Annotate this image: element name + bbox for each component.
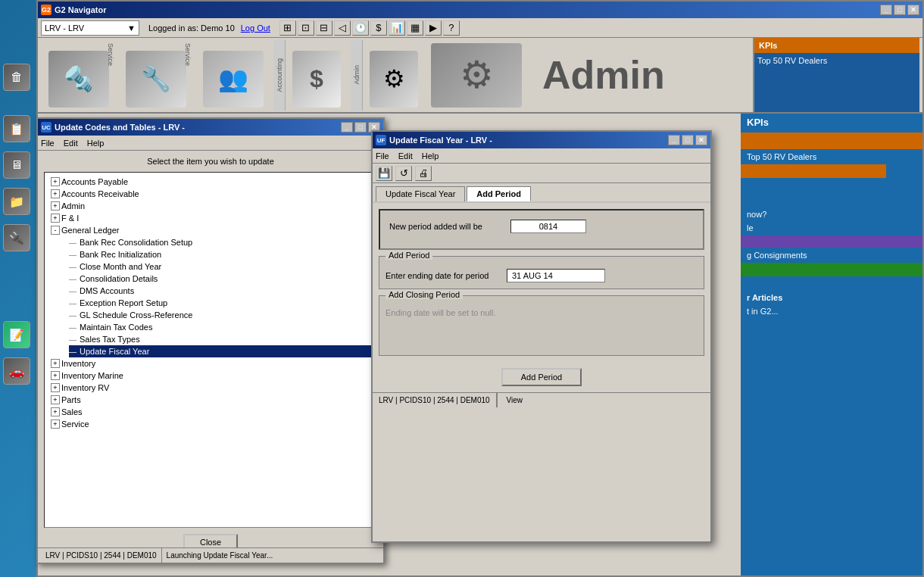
expand-admin[interactable]: + <box>51 201 60 211</box>
ufy-menu-edit[interactable]: Edit <box>398 151 413 161</box>
tree-item-accounts-payable[interactable]: + Accounts Payable <box>48 176 373 188</box>
people-icon: 👥 <box>203 51 264 108</box>
tree-item-service[interactable]: + Service <box>48 418 373 430</box>
app1-icon: 📋 <box>3 115 30 142</box>
tree-item-general-ledger[interactable]: - General Ledger <box>48 224 373 236</box>
ufy-toolbar-save[interactable]: 💾 <box>376 166 392 181</box>
tree-item-sales[interactable]: + Sales <box>48 406 373 418</box>
g2-title-icon: G2 <box>41 5 52 15</box>
icon-strip-service1[interactable]: 🔩 Service <box>41 39 117 111</box>
ufy-minimize-button[interactable]: _ <box>668 135 680 145</box>
ufy-close-button[interactable]: ✕ <box>695 135 707 145</box>
expand-inventory[interactable]: + <box>51 359 60 368</box>
expand-fi[interactable]: + <box>51 214 60 223</box>
toolbar-icon-9[interactable]: ▶ <box>425 20 442 36</box>
toolbar-icon-6[interactable]: $ <box>370 20 387 36</box>
app2-icon: 🖥 <box>3 151 30 179</box>
logout-link[interactable]: Log Out <box>241 23 270 33</box>
ufy-view-button[interactable]: View <box>497 393 532 407</box>
sidebar-icon-app1[interactable]: 📋 <box>0 112 33 145</box>
sidebar-icon-app2[interactable]: 🖥 <box>0 148 33 182</box>
app3-icon: 📁 <box>3 188 30 215</box>
expand-inventory-rv[interactable]: + <box>51 383 60 392</box>
tree-item-inventory-rv[interactable]: + Inventory RV <box>48 382 373 394</box>
kpi-top50: Top 50 RV Dealers <box>741 151 922 163</box>
add-period-button[interactable]: Add Period <box>501 368 582 386</box>
toolbar-icon-3[interactable]: ⊟ <box>316 20 332 36</box>
tree-item-parts[interactable]: + Parts <box>48 394 373 406</box>
tree-item-inventory[interactable]: + Inventory <box>48 357 373 370</box>
toolbar-icon-5[interactable]: 🕐 <box>352 20 369 36</box>
tree-item-close-month[interactable]: — Close Month and Year <box>69 260 373 273</box>
g2-maximize-button[interactable]: □ <box>894 5 906 15</box>
tree-item-exception-report[interactable]: — Exception Report Setup <box>69 297 373 309</box>
location-dropdown[interactable]: LRV - LRV ▼ <box>41 20 139 36</box>
uct-minimize-button[interactable]: _ <box>341 122 353 133</box>
toolbar-icon-7[interactable]: 📊 <box>389 20 405 36</box>
tree-item-inventory-marine[interactable]: + Inventory Marine <box>48 370 373 382</box>
ufy-menu-help[interactable]: Help <box>422 151 439 161</box>
g2-toolbar: LRV - LRV ▼ Logged in as: Demo 10 Log Ou… <box>38 18 922 38</box>
ufy-toolbar-refresh[interactable]: ↺ <box>395 166 412 181</box>
uct-maximize-button[interactable]: □ <box>354 122 367 133</box>
kpi-now: now? <box>741 179 922 222</box>
ufy-toolbar-print[interactable]: 🖨 <box>415 166 432 181</box>
ending-date-input[interactable] <box>507 269 605 282</box>
expand-sales[interactable]: + <box>51 407 60 416</box>
expand-general-ledger[interactable]: - <box>51 226 60 235</box>
expand-service[interactable]: + <box>51 419 60 429</box>
expand-accounts-receivable[interactable]: + <box>51 189 60 198</box>
admin-title-text: Admin <box>542 52 665 98</box>
g2-close-button[interactable]: ✕ <box>907 5 919 15</box>
tree-item-fi[interactable]: + F & I <box>48 212 373 224</box>
uct-tree[interactable]: + Accounts Payable + Accounts Receivable… <box>44 172 377 528</box>
sidebar-icon-app4[interactable]: 🔌 <box>0 221 33 254</box>
expand-parts[interactable]: + <box>51 395 60 404</box>
g2-minimize-button[interactable]: _ <box>880 5 892 15</box>
uct-menu-help[interactable]: Help <box>87 139 105 148</box>
toolbar-icon-4[interactable]: ◁ <box>334 20 351 36</box>
toolbar-icon-help[interactable]: ? <box>443 20 460 36</box>
uct-title-bar: UC Update Codes and Tables - LRV - _ □ ✕ <box>38 119 383 136</box>
expand-accounts-payable[interactable]: + <box>51 177 60 186</box>
g2-title-buttons: _ □ ✕ <box>880 5 919 15</box>
expand-inventory-marine[interactable]: + <box>51 371 60 380</box>
sidebar-icon-recycle[interactable]: 🗑 <box>0 61 33 94</box>
tree-item-dms-accounts[interactable]: — DMS Accounts <box>69 285 373 297</box>
uct-menu-file[interactable]: File <box>41 139 55 148</box>
uct-status-message: Launching Update Fiscal Year... <box>162 551 278 560</box>
ufy-restore-button[interactable]: □ <box>682 135 694 145</box>
sidebar-icon-libreoffice[interactable]: 📝 <box>0 318 33 351</box>
icon-strip-service2[interactable]: 🔧 Service <box>118 39 194 111</box>
ufy-menu-file[interactable]: File <box>376 151 389 161</box>
tree-item-sales-tax[interactable]: — Sales Tax Types <box>69 333 373 345</box>
uct-menubar: File Edit Help <box>38 136 383 151</box>
sidebar-icon-logo[interactable]: 🚗 <box>0 354 33 388</box>
icon-strip: 🔩 Service 🔧 Service 👥 Accounting <box>38 38 922 114</box>
tree-item-gl-schedule[interactable]: — GL Schedule Cross-Reference <box>69 309 373 321</box>
icon-strip-accounting[interactable]: Accounting $ <box>273 39 348 111</box>
tree-item-accounts-receivable[interactable]: + Accounts Receivable <box>48 188 373 200</box>
tree-item-consolidation-details[interactable]: — Consolidation Details <box>69 273 373 285</box>
tree-gl-children: — Bank Rec Consolidation Setup — Bank Re… <box>48 236 373 357</box>
recycle-bin-icon: 🗑 <box>3 64 30 91</box>
tree-item-bank-rec-init[interactable]: — Bank Rec Initialization <box>69 248 373 260</box>
uct-title-icon: UC <box>41 122 52 133</box>
tab-update-fiscal-year[interactable]: Update Fiscal Year <box>376 186 465 201</box>
uct-window: UC Update Codes and Tables - LRV - _ □ ✕… <box>36 117 385 564</box>
tree-item-bank-rec-consolidation[interactable]: — Bank Rec Consolidation Setup <box>69 236 373 248</box>
toolbar-icon-2[interactable]: ⊡ <box>298 20 314 36</box>
icon-strip-people[interactable]: 👥 <box>195 39 271 111</box>
uct-menu-edit[interactable]: Edit <box>64 139 78 148</box>
sidebar-icon-app3[interactable]: 📁 <box>0 185 33 218</box>
tab-add-period[interactable]: Add Period <box>467 186 531 201</box>
icon-strip-admin[interactable]: Admin ⚙ <box>350 39 426 111</box>
ufy-title-buttons: _ □ ✕ <box>668 135 707 145</box>
toolbar-icon-8[interactable]: ▦ <box>407 20 423 36</box>
tree-item-update-fiscal[interactable]: — Update Fiscal Year <box>69 345 373 357</box>
tree-item-admin[interactable]: + Admin <box>48 200 373 212</box>
toolbar-icon-1[interactable]: ⊞ <box>279 20 296 36</box>
new-period-label: New period added will be <box>389 222 510 231</box>
tree-item-maintain-tax[interactable]: — Maintain Tax Codes <box>69 321 373 333</box>
icon-strip-settings[interactable]: ⚙ <box>427 39 526 111</box>
